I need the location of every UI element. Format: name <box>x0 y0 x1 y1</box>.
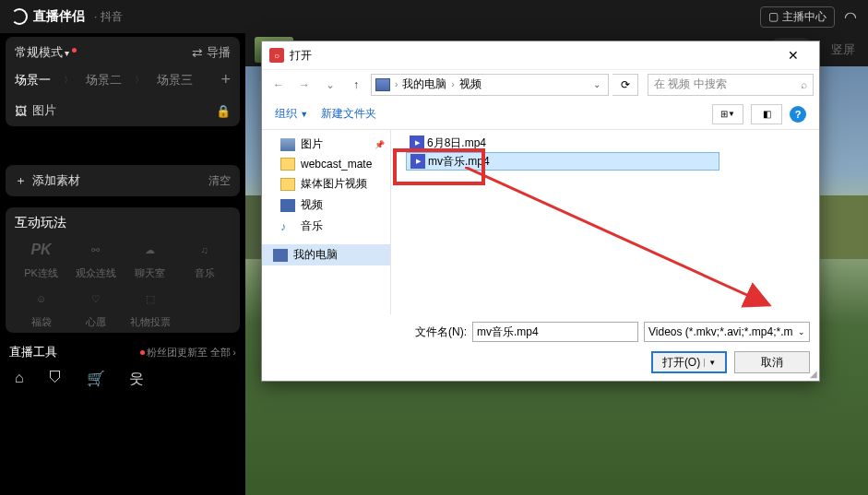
lucky-bag-button[interactable]: ☺福袋 <box>15 286 67 329</box>
filetype-text: Videos (*.mkv;*.avi;*.mp4;*.m <box>648 325 793 338</box>
resize-grip[interactable]: ◢ <box>810 369 817 379</box>
recent-dropdown[interactable]: ⌄ <box>319 74 341 96</box>
pk-icon: PK <box>29 237 54 263</box>
scene-tab-1[interactable]: 场景一 <box>15 72 51 88</box>
chevron-icon: 〉 <box>135 74 144 87</box>
wish-button[interactable]: ♡心愿 <box>69 286 122 329</box>
dialog-body: 图片📌 webcast_mate 媒体图片视频 视频 ♪音乐 我的电脑 6月8日… <box>262 130 819 314</box>
video-folder-icon <box>280 199 295 212</box>
new-folder-button[interactable]: 新建文件夹 <box>321 106 376 122</box>
mp4-icon <box>410 136 424 150</box>
home-icon[interactable]: ⌂ <box>15 370 24 389</box>
pc-icon <box>375 78 390 91</box>
file-name: 6月8日.mp4 <box>427 136 486 151</box>
portrait-tab[interactable]: 竖屏 <box>827 38 859 62</box>
breadcrumb-item[interactable]: 我的电脑 <box>402 77 446 92</box>
tree-label: 我的电脑 <box>293 247 338 263</box>
up-button[interactable]: ↑ <box>345 74 367 96</box>
cancel-button[interactable]: 取消 <box>734 351 810 373</box>
lock-icon[interactable]: 🔒 <box>216 104 231 118</box>
add-scene-button[interactable]: + <box>220 70 231 89</box>
picture-folder-icon <box>280 138 295 151</box>
scene-tab-2[interactable]: 场景二 <box>86 72 122 88</box>
help-button[interactable]: ? <box>790 106 806 123</box>
gift-vote-button[interactable]: ⬚礼物投票 <box>124 286 176 329</box>
breadcrumb-bar[interactable]: › 我的电脑 › 视频 ⌄ <box>371 74 609 96</box>
app-title: 直播伴侣 <box>33 8 85 25</box>
chatroom-label: 聊天室 <box>135 266 165 280</box>
tools-header: 直播工具 粉丝团更新至 全部 › <box>9 344 236 360</box>
refresh-button[interactable]: ⟳ <box>612 74 638 96</box>
open-button[interactable]: 打开(O) ▼ <box>651 351 727 373</box>
breadcrumb-dropdown[interactable]: ⌄ <box>589 79 604 89</box>
image-label: 图片 <box>32 102 56 119</box>
gift-vote-label: 礼物投票 <box>130 315 171 329</box>
dialog-titlebar: ○ 打开 ✕ <box>262 41 819 69</box>
mode-selector[interactable]: 常规模式 ▾ <box>15 44 77 61</box>
sidebar: 常规模式 ▾ ⇄ 导播 场景一 〉 场景二 〉 场景三 + 🖼 <box>0 33 245 495</box>
add-material-button[interactable]: ＋ 添加素材 <box>15 172 80 189</box>
audience-link-label: 观众连线 <box>76 266 116 280</box>
anchor-center-button[interactable]: ▢ 主播中心 <box>760 6 835 28</box>
tree-item-pictures[interactable]: 图片📌 <box>262 134 390 155</box>
grid-icon: ⊞ <box>720 109 728 119</box>
tree-item-webcast[interactable]: webcast_mate <box>262 155 390 173</box>
chevron-down-icon: ⌄ <box>798 327 805 336</box>
mode-panel: 常规模式 ▾ ⇄ 导播 场景一 〉 场景二 〉 场景三 + 🖼 <box>6 37 240 126</box>
scene-tabs: 场景一 〉 场景二 〉 场景三 + <box>15 70 231 89</box>
help-icon: ? <box>795 109 802 120</box>
close-button[interactable]: ✕ <box>775 43 812 67</box>
tools-update-link[interactable]: 粉丝团更新至 全部 › <box>140 346 236 359</box>
organize-label: 组织 <box>275 107 297 120</box>
clear-button[interactable]: 清空 <box>208 173 231 189</box>
dialog-nav-bar: ← → ⌄ ↑ › 我的电脑 › 视频 ⌄ ⟳ 在 视频 中搜索 ⌕ <box>262 69 819 99</box>
preview-pane-button[interactable]: ◧ <box>751 104 782 124</box>
pk-link-button[interactable]: PKPK连线 <box>15 237 67 280</box>
tree-item-media[interactable]: 媒体图片视频 <box>262 173 390 194</box>
plus-icon: ＋ <box>15 172 27 189</box>
organize-menu[interactable]: 组织 ▼ <box>275 106 308 122</box>
view-mode-button[interactable]: ⊞ ▼ <box>712 104 743 124</box>
scene-tab-3[interactable]: 场景三 <box>157 72 193 88</box>
arrow-left-icon: ← <box>273 78 284 91</box>
close-icon: ✕ <box>788 48 799 63</box>
music-button[interactable]: ♫音乐 <box>178 237 231 280</box>
tree-item-videos[interactable]: 视频 <box>262 194 390 216</box>
headset-icon[interactable]: ◠ <box>844 8 857 26</box>
cart-icon[interactable]: 🛒 <box>87 370 105 389</box>
audience-link-button[interactable]: ⚯观众连线 <box>69 237 122 280</box>
tree-item-pc[interactable]: 我的电脑 <box>262 244 390 265</box>
file-item-selected[interactable]: mv音乐.mp4 <box>406 152 719 171</box>
breadcrumb-item[interactable]: 视频 <box>459 77 482 92</box>
tree-label: 视频 <box>301 197 323 213</box>
file-list[interactable]: 6月8日.mp4 mv音乐.mp4 <box>391 130 819 314</box>
interact-title: 互动玩法 <box>15 215 231 231</box>
shield-icon[interactable]: ⛉ <box>48 370 63 389</box>
chatroom-button[interactable]: ☁聊天室 <box>124 237 176 280</box>
tree-label: 媒体图片视频 <box>301 176 367 192</box>
tree-label: webcast_mate <box>301 158 372 171</box>
tree-label: 音乐 <box>301 218 323 234</box>
chevron-down-icon: ⌄ <box>326 78 335 91</box>
topbar-right: ▢ 主播中心 ◠ <box>760 6 857 28</box>
anchor-center-label: 主播中心 <box>782 9 826 25</box>
filetype-select[interactable]: Videos (*.mkv;*.avi;*.mp4;*.m⌄ <box>644 322 810 342</box>
bag-icon: ☺ <box>29 286 54 312</box>
tree-item-music[interactable]: ♪音乐 <box>262 216 390 237</box>
add-material-panel: ＋ 添加素材 清空 <box>6 165 240 196</box>
image-item[interactable]: 🖼 图片 <box>15 102 56 119</box>
filename-input[interactable] <box>472 322 638 342</box>
file-item[interactable]: 6月8日.mp4 <box>406 134 815 152</box>
mp4-icon <box>410 154 425 169</box>
lucky-bag-label: 福袋 <box>31 315 52 329</box>
search-input[interactable]: 在 视频 中搜索 ⌕ <box>648 74 814 96</box>
arrow-right-icon: → <box>299 78 310 91</box>
chevron-right-icon: › <box>232 347 236 358</box>
back-button[interactable]: ← <box>268 74 290 96</box>
dialog-toolbar: 组织 ▼ 新建文件夹 ⊞ ▼ ◧ ? <box>262 99 819 130</box>
music-icon: ♪ <box>280 220 295 233</box>
guide-broadcast-button[interactable]: ⇄ 导播 <box>192 44 231 61</box>
person-icon[interactable]: 웃 <box>129 370 144 389</box>
folder-icon <box>280 158 295 171</box>
pk-label: PK连线 <box>24 266 58 280</box>
